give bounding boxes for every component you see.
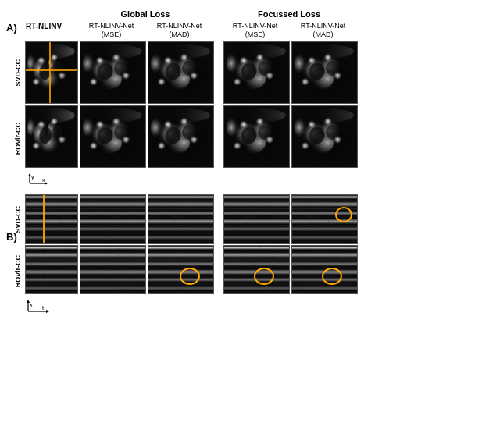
section-a-row2-label: ROVir-CC	[14, 123, 22, 155]
svg-marker-9	[46, 310, 49, 313]
a-rovir-rtnlinv	[25, 105, 78, 168]
b-svd-focussed-mse	[223, 194, 290, 244]
svg-text:t: t	[42, 305, 44, 311]
section-b-axes: x t	[25, 299, 52, 315]
page-container: A) Global Loss RT-NLINV-Net(MSE) RT-NLIN…	[0, 0, 500, 448]
b-rovir-focussed-mse	[223, 245, 290, 294]
svg-marker-3	[45, 182, 48, 185]
section-a-label: A)	[6, 22, 17, 34]
a-rovir-focussed-mse	[223, 105, 290, 168]
global-mad-label: RT-NLINV-Net(MAD)	[145, 22, 213, 39]
section-b-rovir-row	[25, 245, 358, 294]
global-mse-label: RT-NLINV-Net(MSE)	[77, 22, 145, 39]
focussed-mad-label: RT-NLINV-Net(MAD)	[289, 22, 357, 39]
a-svd-global-mad	[148, 41, 214, 104]
b-svd-global-mad	[148, 194, 214, 244]
a-rovir-focussed-mad	[291, 105, 358, 168]
focussed-mse-label: RT-NLINV-Net(MSE)	[221, 22, 289, 39]
section-b-row1-label: SVD-CC	[14, 206, 22, 233]
a-svd-focussed-mad	[291, 41, 358, 104]
a-rovir-global-mad	[148, 105, 214, 168]
section-b-row2-label: ROVir-CC	[14, 255, 22, 287]
b-svd-global-mse	[80, 194, 146, 244]
focussed-loss-label: Focussed Loss	[223, 9, 355, 20]
global-loss-group: Global Loss RT-NLINV-Net(MSE) RT-NLINV-N…	[77, 9, 214, 39]
rt-nlinv-col-label: RT-NLINV	[17, 22, 70, 31]
a-svd-global-mse	[80, 41, 146, 104]
svg-text:x: x	[42, 177, 45, 183]
svg-text:x: x	[30, 302, 33, 308]
a-rovir-global-mse	[80, 105, 146, 168]
b-svd-focussed-mad	[291, 194, 358, 244]
b-rovir-global-mse	[80, 245, 146, 294]
section-a-row1-label: SVD-CC	[14, 59, 22, 87]
section-a-axes: y x	[27, 172, 48, 187]
a-svd-focussed-mse	[223, 41, 290, 104]
b-rovir-global-mad	[148, 245, 214, 294]
section-b-svd-row	[25, 194, 358, 244]
section-a-rovir-row	[25, 105, 358, 168]
b-svd-rtnlinv	[25, 194, 78, 244]
section-a-svd-row	[25, 41, 358, 104]
b-rovir-rtnlinv	[25, 245, 78, 294]
svg-text:y: y	[31, 174, 34, 180]
global-loss-label: Global Loss	[79, 9, 212, 20]
a-svd-rtnlinv	[25, 41, 78, 104]
b-rovir-focussed-mad	[291, 245, 358, 294]
focussed-loss-group: Focussed Loss RT-NLINV-Net(MSE) RT-NLINV…	[220, 9, 358, 39]
